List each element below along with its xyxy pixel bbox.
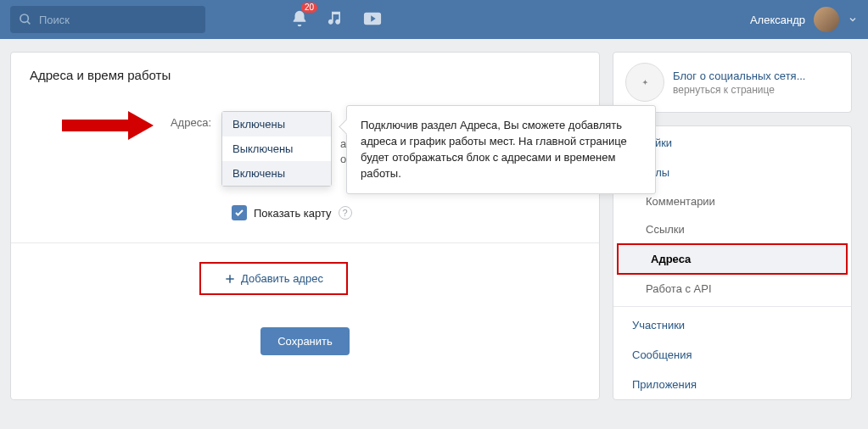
menu-members[interactable]: Участники [613,310,851,340]
select-option-on[interactable]: Включены [222,161,331,186]
user-menu[interactable]: Александр [750,7,858,32]
menu-divider [613,306,851,307]
menu-addresses[interactable]: Адреса [619,245,846,273]
page-title: Адреса и время работы [11,53,599,111]
sidebar: ✦ Блог о социальных сетя... вернуться к … [613,52,852,400]
search-input[interactable] [39,14,183,26]
menu-api[interactable]: Работа с API [613,275,851,303]
search-box[interactable] [10,6,205,33]
addresses-select[interactable]: Включены Выключены Включены [221,111,332,187]
username: Александр [750,14,805,26]
notification-badge: 20 [301,3,317,13]
red-arrow-annotation [62,114,164,136]
select-selected[interactable]: Включены [222,112,331,136]
svg-line-1 [27,21,30,24]
addresses-highlight: Адреса [617,243,848,275]
help-icon[interactable]: ? [339,206,352,220]
plus-icon [224,273,236,285]
search-icon [19,13,32,26]
group-title: Блог о социальных сетя... [673,70,805,82]
add-address-label: Добавить адрес [241,272,323,285]
menu-links[interactable]: Ссылки [613,215,851,243]
show-map-checkbox[interactable] [232,205,247,220]
check-icon [234,208,244,218]
show-map-label: Показать карту [254,207,332,220]
chevron-down-icon [848,14,858,25]
svg-point-0 [20,14,28,22]
top-header: 20 Александр [0,0,868,39]
video-icon[interactable] [363,10,382,30]
show-map-row: Показать карту ? [232,205,599,220]
notifications-icon[interactable]: 20 [290,9,309,31]
info-tooltip: Подключив раздел Адреса, Вы сможете доба… [346,105,656,194]
add-address-button[interactable]: Добавить адрес [212,264,335,293]
menu-messages[interactable]: Сообщения [613,340,851,370]
main-panel: Адреса и время работы Адреса: а пусто. о… [10,52,600,400]
add-address-highlight: Добавить адрес [199,262,348,295]
group-card[interactable]: ✦ Блог о социальных сетя... вернуться к … [613,52,852,113]
menu-apps[interactable]: Приложения [613,370,851,399]
save-button[interactable]: Сохранить [260,327,350,355]
select-option-off[interactable]: Выключены [222,136,331,161]
group-avatar: ✦ [625,63,664,102]
avatar [814,7,839,32]
group-return-link[interactable]: вернуться к странице [673,84,805,96]
header-icons: 20 [290,9,382,31]
music-icon[interactable] [328,10,344,30]
divider [11,242,599,243]
addresses-row: Адреса: а пусто. отве. Включены Выключен… [11,111,599,187]
